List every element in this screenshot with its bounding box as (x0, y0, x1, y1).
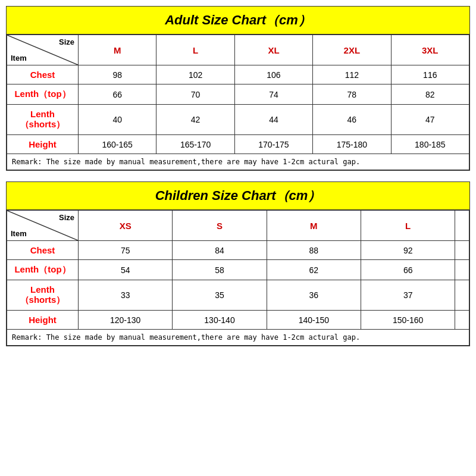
adult-size-xl: XL (234, 35, 312, 65)
adult-row-label-0: Chest (7, 65, 79, 84)
adult-chart-title: Adult Size Chart（cm） (7, 7, 469, 35)
adult-cell-1-2: 74 (234, 84, 312, 105)
children-row-label-2: Lenth（shorts） (7, 280, 79, 311)
children-size-chart: Children Size Chart（cm） Size Item XS S M… (6, 181, 470, 346)
adult-cell-3-4: 180-185 (391, 135, 469, 154)
children-cell-1-1: 58 (173, 260, 267, 280)
children-size-empty (455, 211, 469, 241)
adult-size-2xl: 2XL (313, 35, 391, 65)
adult-size-chart: Adult Size Chart（cm） Size Item M L XL 2X… (6, 6, 470, 171)
adult-cell-1-4: 82 (391, 84, 469, 105)
children-cell-3-3: 150-160 (361, 311, 455, 330)
children-cell-2-2: 36 (267, 280, 361, 311)
adult-cell-3-2: 170-175 (234, 135, 312, 154)
adult-cell-0-0: 98 (79, 65, 156, 84)
children-remark-row: Remark: The size made by manual measurem… (7, 330, 469, 346)
children-size-m: M (267, 211, 361, 241)
children-cell-2-1: 35 (173, 280, 267, 311)
children-row-label-1: Lenth（top） (7, 260, 79, 280)
adult-table: Size Item M L XL 2XL 3XL Chest9810210611… (7, 35, 469, 170)
adult-header-row: Size Item M L XL 2XL 3XL (7, 35, 469, 65)
adult-remark-row: Remark: The size made by manual measurem… (7, 154, 469, 170)
children-cell-1-3: 66 (361, 260, 455, 280)
adult-cell-1-3: 78 (313, 84, 391, 105)
adult-cell-2-2: 44 (234, 105, 312, 135)
adult-cell-0-2: 106 (234, 65, 312, 84)
children-size-label: Size (59, 213, 74, 222)
children-row-3: Height120-130130-140140-150150-160 (7, 311, 469, 330)
adult-cell-3-3: 175-180 (313, 135, 391, 154)
children-cell-1-0: 54 (79, 260, 173, 280)
adult-row-1: Lenth（top）6670747882 (7, 84, 469, 105)
adult-size-3xl: 3XL (391, 35, 469, 65)
adult-cell-2-1: 42 (156, 105, 234, 135)
children-row-2: Lenth（shorts）33353637 (7, 280, 469, 311)
children-cell-2-4 (455, 280, 469, 311)
children-row-0: Chest75848892 (7, 241, 469, 260)
children-table: Size Item XS S M L Chest75848892Lenth（to… (7, 210, 469, 346)
adult-cell-0-3: 112 (313, 65, 391, 84)
adult-item-size-header: Size Item (7, 35, 79, 65)
children-cell-0-3: 92 (361, 241, 455, 260)
children-item-size-header: Size Item (7, 211, 79, 241)
adult-row-label-1: Lenth（top） (7, 84, 79, 105)
children-cell-0-1: 84 (173, 241, 267, 260)
children-cell-2-0: 33 (79, 280, 173, 311)
adult-cell-2-3: 46 (313, 105, 391, 135)
children-cell-3-2: 140-150 (267, 311, 361, 330)
adult-item-label: Item (11, 54, 27, 62)
children-cell-2-3: 37 (361, 280, 455, 311)
children-remark: Remark: The size made by manual measurem… (7, 330, 469, 346)
children-size-s: S (173, 211, 267, 241)
adult-cell-1-0: 66 (79, 84, 156, 105)
adult-cell-3-0: 160-165 (79, 135, 156, 154)
adult-size-m: M (79, 35, 156, 65)
children-cell-3-4 (455, 311, 469, 330)
adult-cell-0-4: 116 (391, 65, 469, 84)
adult-row-3: Height160-165165-170170-175175-180180-18… (7, 135, 469, 154)
children-item-label: Item (11, 229, 27, 238)
children-table-body: Chest75848892Lenth（top）54586266Lenth（sho… (7, 241, 469, 330)
children-cell-0-4 (455, 241, 469, 260)
adult-cell-0-1: 102 (156, 65, 234, 84)
children-row-label-3: Height (7, 311, 79, 330)
children-cell-1-2: 62 (267, 260, 361, 280)
adult-remark: Remark: The size made by manual measurem… (7, 154, 469, 170)
children-cell-0-2: 88 (267, 241, 361, 260)
adult-table-body: Chest98102106112116Lenth（top）6670747882L… (7, 65, 469, 154)
children-cell-3-1: 130-140 (173, 311, 267, 330)
children-chart-title: Children Size Chart（cm） (7, 182, 469, 210)
adult-cell-2-0: 40 (79, 105, 156, 135)
children-cell-0-0: 75 (79, 241, 173, 260)
children-cell-1-4 (455, 260, 469, 280)
children-size-xs: XS (79, 211, 173, 241)
adult-row-label-3: Height (7, 135, 79, 154)
children-size-l: L (361, 211, 455, 241)
adult-cell-3-1: 165-170 (156, 135, 234, 154)
adult-row-0: Chest98102106112116 (7, 65, 469, 84)
adult-row-2: Lenth（shorts）4042444647 (7, 105, 469, 135)
adult-cell-1-1: 70 (156, 84, 234, 105)
adult-cell-2-4: 47 (391, 105, 469, 135)
adult-size-label: Size (59, 37, 74, 46)
adult-row-label-2: Lenth（shorts） (7, 105, 79, 135)
children-row-label-0: Chest (7, 241, 79, 260)
children-cell-3-0: 120-130 (79, 311, 173, 330)
children-header-row: Size Item XS S M L (7, 211, 469, 241)
adult-size-l: L (156, 35, 234, 65)
children-row-1: Lenth（top）54586266 (7, 260, 469, 280)
